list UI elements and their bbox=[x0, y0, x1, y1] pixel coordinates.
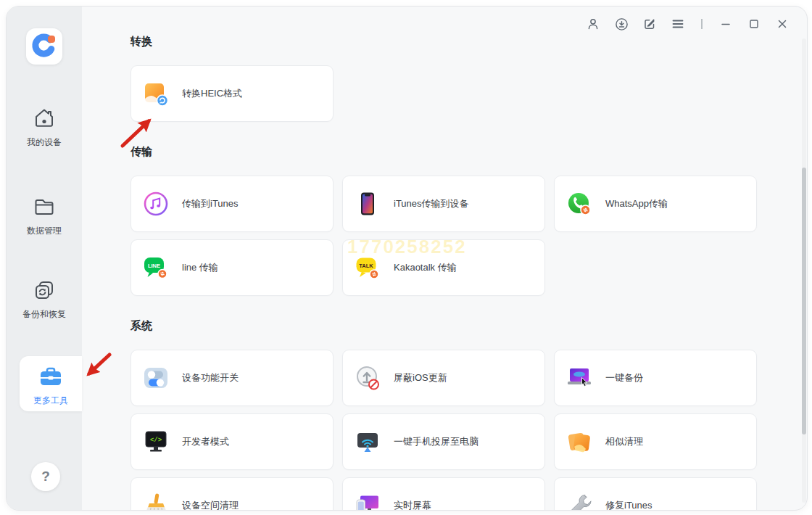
laptop-backup-icon bbox=[566, 365, 592, 391]
section-grid-system: 设备功能开关 屏蔽iOS更新 bbox=[130, 350, 807, 510]
section-title-transfer: 传输 bbox=[130, 144, 807, 160]
tool-card-similar-clean[interactable]: 相似清理 bbox=[554, 413, 757, 470]
sidebar-item-label: 我的设备 bbox=[7, 136, 82, 149]
tool-card-label: 转换HEIC格式 bbox=[182, 87, 242, 100]
tool-card-whatsapp[interactable]: WhatsApp传输 bbox=[554, 176, 757, 232]
line-icon: LINE bbox=[143, 255, 169, 281]
kakaotalk-icon: TALK bbox=[355, 255, 381, 281]
tool-card-space-clean[interactable]: 设备空间清理 bbox=[130, 477, 334, 510]
tool-card-label: 修复iTunes bbox=[605, 499, 652, 510]
backup-restore-icon bbox=[33, 279, 56, 302]
tool-card-heic[interactable]: 转换HEIC格式 bbox=[130, 65, 334, 122]
similar-photos-icon bbox=[566, 429, 592, 455]
section-title-system: 系统 bbox=[130, 318, 807, 334]
tool-card-label: 设备功能开关 bbox=[182, 371, 239, 384]
tool-card-screen-mirror[interactable]: 一键手机投屏至电脑 bbox=[342, 413, 545, 470]
screen-mirror-icon bbox=[355, 429, 381, 455]
tool-card-label: iTunes传输到设备 bbox=[394, 197, 469, 210]
maximize-button[interactable] bbox=[747, 17, 761, 31]
block-update-icon bbox=[355, 365, 381, 391]
sidebar-item-label: 更多工具 bbox=[20, 395, 82, 407]
whatsapp-icon bbox=[566, 191, 592, 217]
tool-card-label: 传输到iTunes bbox=[182, 197, 239, 210]
tool-card-label: 一键备份 bbox=[605, 371, 643, 384]
scrollbar-thumb[interactable] bbox=[802, 168, 806, 434]
help-icon: ? bbox=[41, 469, 50, 485]
compose-icon[interactable] bbox=[642, 17, 657, 31]
menu-icon[interactable] bbox=[671, 17, 685, 31]
tool-card-label: 一键手机投屏至电脑 bbox=[394, 435, 478, 448]
tool-card-to-itunes[interactable]: 传输到iTunes bbox=[130, 176, 334, 232]
broom-icon bbox=[143, 493, 169, 510]
svg-text:</>: </> bbox=[150, 437, 162, 444]
sidebar-item-my-device[interactable]: 我的设备 bbox=[7, 107, 82, 149]
section-grid-convert: 转换HEIC格式 bbox=[130, 65, 807, 122]
tool-card-kakaotalk[interactable]: TALK Kakaotalk 传输 bbox=[342, 239, 545, 296]
live-screen-icon bbox=[355, 493, 381, 510]
tool-card-one-click-backup[interactable]: 一键备份 bbox=[554, 350, 757, 406]
tool-card-label: 相似清理 bbox=[605, 435, 643, 448]
toolbox-icon bbox=[38, 365, 63, 388]
heic-convert-icon bbox=[143, 81, 169, 107]
tool-card-label: 实时屏幕 bbox=[394, 499, 431, 510]
titlebar-controls bbox=[586, 17, 790, 31]
tool-card-live-screen[interactable]: 实时屏幕 bbox=[342, 477, 545, 510]
tool-card-device-switch[interactable]: 设备功能开关 bbox=[130, 350, 334, 406]
tool-card-label: 设备空间清理 bbox=[182, 499, 239, 510]
iphone-icon bbox=[355, 191, 381, 217]
section-title-convert: 转换 bbox=[130, 33, 807, 49]
app-window: 我的设备 数据管理 备份和恢复 更 bbox=[6, 6, 808, 511]
home-icon bbox=[33, 107, 56, 130]
tool-card-developer-mode[interactable]: </> 开发者模式 bbox=[130, 413, 334, 470]
user-account-icon[interactable] bbox=[586, 17, 600, 31]
close-button[interactable] bbox=[775, 17, 790, 31]
sidebar-item-backup-restore[interactable]: 备份和恢复 bbox=[7, 279, 82, 321]
download-icon[interactable] bbox=[614, 17, 629, 31]
svg-text:TALK: TALK bbox=[359, 263, 373, 269]
sidebar-item-label: 数据管理 bbox=[7, 225, 82, 237]
tool-card-line[interactable]: LINE line 传输 bbox=[130, 239, 334, 296]
tool-card-label: Kakaotalk 传输 bbox=[394, 261, 457, 274]
help-button[interactable]: ? bbox=[31, 462, 60, 491]
tool-card-itunes-to-device[interactable]: iTunes传输到设备 bbox=[342, 176, 545, 232]
sidebar-item-label: 备份和恢复 bbox=[7, 308, 82, 321]
tool-card-repair-itunes[interactable]: 修复iTunes bbox=[554, 477, 757, 510]
folder-icon bbox=[33, 195, 56, 218]
tool-card-label: line 传输 bbox=[182, 261, 218, 274]
section-grid-transfer: 传输到iTunes iTunes传输到设备 bbox=[130, 176, 807, 296]
wrench-icon bbox=[566, 493, 592, 510]
window-divider bbox=[699, 17, 705, 31]
sidebar: 我的设备 数据管理 备份和恢复 更 bbox=[7, 7, 82, 510]
sidebar-item-more-tools[interactable]: 更多工具 bbox=[20, 356, 82, 411]
tool-card-label: WhatsApp传输 bbox=[605, 197, 668, 210]
developer-mode-icon: </> bbox=[143, 429, 169, 455]
main-panel: 1770258252 转换 bbox=[82, 7, 807, 510]
minimize-button[interactable] bbox=[718, 17, 733, 31]
app-logo-icon bbox=[26, 28, 62, 65]
tools-content: 转换 转换HEIC格式 bbox=[82, 7, 807, 510]
tool-card-label: 屏蔽iOS更新 bbox=[394, 371, 447, 384]
tool-card-block-ios-update[interactable]: 屏蔽iOS更新 bbox=[342, 350, 545, 406]
tool-card-label: 开发者模式 bbox=[182, 435, 229, 448]
itunes-icon bbox=[143, 191, 169, 217]
sidebar-item-data-management[interactable]: 数据管理 bbox=[7, 195, 82, 237]
svg-text:LINE: LINE bbox=[148, 263, 160, 269]
toggle-switches-icon bbox=[143, 365, 169, 391]
